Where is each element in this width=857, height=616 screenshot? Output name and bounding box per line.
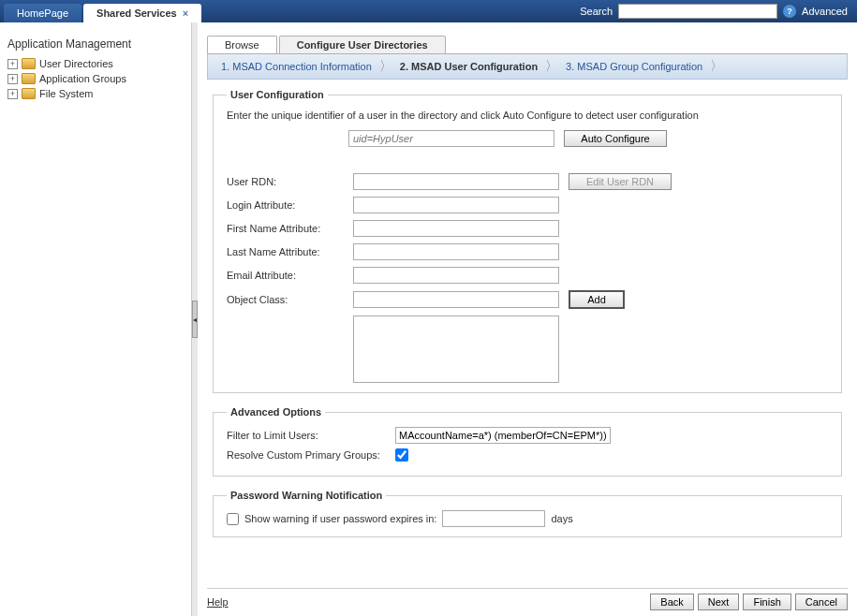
folder-icon: [22, 58, 36, 69]
footer: Help Back Next Finish Cancel: [207, 588, 848, 610]
tab-homepage[interactable]: HomePage: [4, 4, 81, 22]
row-login-attr: Login Attribute:: [227, 197, 828, 213]
back-button[interactable]: Back: [650, 594, 693, 610]
tree-label: User Directories: [39, 58, 113, 69]
main-area: Application Management + User Directorie…: [0, 22, 857, 616]
advanced-legend: Advanced Options: [227, 406, 325, 418]
label-object-class: Object Class:: [227, 294, 353, 305]
sidebar-item-file-system[interactable]: + File System: [7, 86, 191, 101]
row-password-warning: Show warning if user password expires in…: [227, 510, 828, 527]
row-filter: Filter to Limit Users:: [227, 427, 828, 444]
help-icon[interactable]: ?: [783, 5, 796, 18]
wizard-step-3[interactable]: 3. MSAD Group Configuration: [560, 61, 708, 72]
tree: + User Directories + Application Groups …: [0, 56, 191, 101]
tab-configure-user-directories[interactable]: Configure User Directories: [279, 36, 446, 53]
password-warning-group: Password Warning Notification Show warni…: [213, 490, 842, 537]
sidebar-item-user-directories[interactable]: + User Directories: [7, 56, 191, 71]
uid-input[interactable]: [348, 130, 554, 147]
expand-icon[interactable]: +: [7, 74, 18, 84]
input-login-attr[interactable]: [353, 197, 559, 213]
label-show-warning: Show warning if user password expires in…: [244, 513, 436, 524]
user-config-legend: User Configuration: [227, 89, 328, 100]
wizard-step-1[interactable]: 1. MSAD Connection Information: [215, 61, 377, 72]
user-config-hint: Enter the unique identifier of a user in…: [227, 110, 828, 121]
folder-icon: [22, 88, 36, 99]
finish-button[interactable]: Finish: [743, 594, 791, 610]
chevron-right-icon: 〉: [377, 58, 394, 75]
object-class-listbox[interactable]: [353, 315, 559, 383]
search-area: Search ? Advanced: [580, 4, 857, 19]
advanced-link[interactable]: Advanced: [802, 6, 848, 17]
chevron-right-icon: 〉: [708, 58, 725, 75]
wizard-steps: 1. MSAD Connection Information 〉 2. MSAD…: [207, 54, 848, 80]
scroll-area: User Configuration Enter the unique iden…: [207, 80, 848, 616]
next-button[interactable]: Next: [698, 594, 740, 610]
input-email[interactable]: [353, 267, 559, 284]
subtab-label: Browse: [225, 39, 259, 51]
row-last-name: Last Name Attribute:: [227, 243, 828, 260]
row-first-name: First Name Attribute:: [227, 220, 828, 237]
input-filter[interactable]: [395, 427, 611, 444]
input-user-rdn[interactable]: [353, 173, 559, 190]
search-label: Search: [580, 6, 613, 17]
user-configuration-group: User Configuration Enter the unique iden…: [213, 89, 842, 393]
label-days: days: [551, 513, 572, 524]
cancel-button[interactable]: Cancel: [795, 594, 848, 610]
subtabs: Browse Configure User Directories: [207, 34, 848, 54]
help-link[interactable]: Help: [207, 596, 229, 608]
row-object-class: Object Class: Add: [227, 290, 828, 309]
top-bar: HomePage Shared Services × Search ? Adva…: [0, 0, 857, 22]
expand-icon[interactable]: +: [7, 59, 18, 69]
row-resolve: Resolve Custom Primary Groups:: [227, 448, 828, 462]
wizard-step-2[interactable]: 2. MSAD User Configuration: [394, 61, 543, 72]
sidebar-title: Application Management: [0, 34, 191, 56]
footer-buttons: Back Next Finish Cancel: [650, 594, 848, 610]
auto-configure-row: Auto Configure: [348, 130, 828, 147]
label-resolve: Resolve Custom Primary Groups:: [227, 449, 395, 461]
tab-shared-services[interactable]: Shared Services ×: [83, 4, 201, 22]
input-object-class[interactable]: [353, 291, 559, 308]
row-email: Email Attribute:: [227, 267, 828, 284]
label-user-rdn: User RDN:: [227, 176, 353, 187]
input-first-name[interactable]: [353, 220, 559, 237]
label-last-name: Last Name Attribute:: [227, 246, 353, 257]
checkbox-resolve[interactable]: [395, 448, 408, 462]
tab-label: HomePage: [17, 7, 68, 19]
advanced-options-group: Advanced Options Filter to Limit Users: …: [213, 406, 842, 477]
input-days[interactable]: [442, 510, 545, 527]
tree-label: File System: [39, 88, 93, 99]
folder-icon: [22, 73, 36, 84]
label-filter: Filter to Limit Users:: [227, 430, 395, 441]
close-icon[interactable]: ×: [183, 7, 188, 19]
input-last-name[interactable]: [353, 243, 559, 260]
password-warning-legend: Password Warning Notification: [227, 490, 386, 501]
content: Browse Configure User Directories 1. MSA…: [198, 22, 857, 616]
tree-label: Application Groups: [39, 73, 126, 84]
subtab-label: Configure User Directories: [297, 39, 428, 51]
checkbox-show-warning[interactable]: [227, 513, 239, 525]
sidebar: Application Management + User Directorie…: [0, 22, 192, 616]
chevron-right-icon: 〉: [543, 58, 560, 75]
edit-user-rdn-button: Edit User RDN: [569, 173, 672, 190]
tab-label: Shared Services: [96, 7, 177, 19]
search-input[interactable]: [618, 4, 777, 19]
label-email: Email Attribute:: [227, 270, 353, 281]
add-button[interactable]: Add: [569, 290, 625, 309]
row-user-rdn: User RDN: Edit User RDN: [227, 173, 828, 190]
sidebar-item-application-groups[interactable]: + Application Groups: [7, 71, 191, 86]
auto-configure-button[interactable]: Auto Configure: [564, 130, 667, 147]
expand-icon[interactable]: +: [7, 89, 18, 99]
top-tabs: HomePage Shared Services ×: [0, 0, 203, 22]
label-first-name: First Name Attribute:: [227, 223, 353, 234]
tab-browse[interactable]: Browse: [207, 36, 277, 53]
label-login-attr: Login Attribute:: [227, 199, 353, 211]
